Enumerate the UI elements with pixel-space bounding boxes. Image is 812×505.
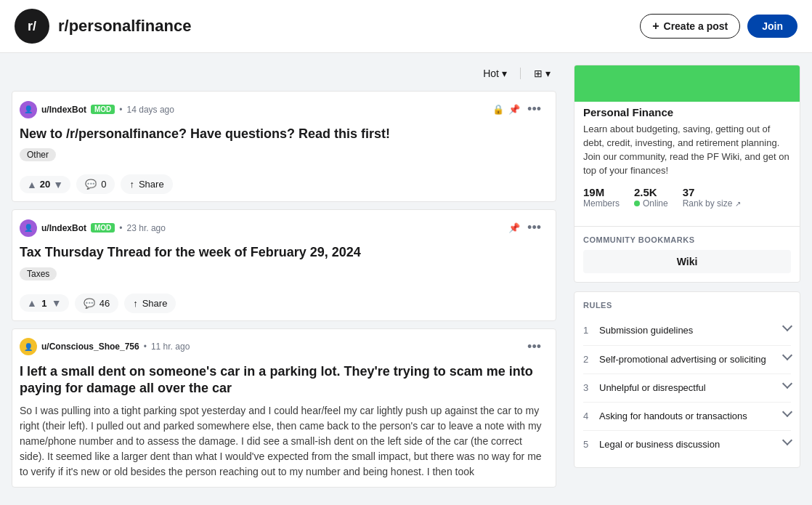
- site-header: r/ r/personalfinance + Create a post Joi…: [0, 0, 812, 53]
- post-title[interactable]: New to /r/personalfinance? Have question…: [20, 126, 544, 142]
- post-title[interactable]: Tax Thursday Thread for the week of Febr…: [20, 244, 544, 261]
- mod-badge: MOD: [91, 105, 115, 114]
- rule-item[interactable]: 4 Asking for handouts or transactions: [583, 403, 791, 431]
- header-right: + Create a post Join: [640, 14, 797, 39]
- members-stat: 19M Members: [583, 186, 620, 209]
- post-icons: •••: [524, 336, 544, 357]
- sort-bar: Hot ▾ ⊞ ▾: [12, 65, 556, 82]
- sidebar: Personal Finance Learn about budgeting, …: [574, 65, 800, 495]
- community-stats: 19M Members 2.5K Online 37 Rank by siz: [583, 186, 791, 209]
- post-icons: 📌 •••: [508, 217, 544, 238]
- avatar: 👤: [20, 338, 37, 355]
- downvote-button[interactable]: ▼: [52, 297, 62, 309]
- chevron-down-icon: [782, 435, 792, 445]
- post-card: 👤 u/IndexBot MOD • 14 days ago 🔒 📌 ••• N…: [12, 91, 556, 202]
- view-toggle-button[interactable]: ⊞ ▾: [528, 65, 556, 82]
- post-flair[interactable]: Other: [20, 148, 56, 161]
- post-author[interactable]: u/Conscious_Shoe_756: [41, 342, 139, 352]
- pin-icon: 📌: [508, 222, 520, 233]
- plus-icon: +: [652, 20, 659, 33]
- avatar: 👤: [20, 219, 37, 237]
- upvote-button[interactable]: ▲: [27, 179, 37, 190]
- comment-button[interactable]: 💬 46: [75, 294, 118, 313]
- share-icon: ↑: [129, 179, 134, 190]
- sort-hot-button[interactable]: Hot ▾: [477, 65, 513, 82]
- rule-number: 5: [583, 438, 593, 450]
- wiki-button[interactable]: Wiki: [583, 250, 791, 273]
- post-icons: 🔒 📌 •••: [492, 99, 544, 120]
- post-card: 👤 u/Conscious_Shoe_756 • 11 hr. ago ••• …: [12, 328, 556, 488]
- members-label: Members: [583, 198, 620, 209]
- rule-item[interactable]: 1 Submission guidelines: [583, 317, 791, 345]
- post-meta: 👤 u/IndexBot MOD • 23 hr. ago 📌 •••: [20, 217, 544, 238]
- rule-text: Legal or business discussion: [599, 438, 778, 451]
- post-meta-left: 👤 u/IndexBot MOD • 14 days ago: [20, 101, 488, 118]
- members-value: 19M: [583, 186, 620, 198]
- post-author[interactable]: u/IndexBot: [41, 223, 86, 233]
- community-title: Personal Finance: [583, 106, 791, 118]
- rules-section: RULES 1 Submission guidelines 2 Self-pro…: [575, 292, 800, 467]
- hot-sort-label: Hot: [483, 68, 499, 79]
- external-link-icon: ↗: [735, 200, 741, 208]
- more-options-button[interactable]: •••: [524, 217, 544, 238]
- share-button[interactable]: ↑ Share: [121, 174, 172, 194]
- rule-item[interactable]: 2 Self-promotional advertising or solici…: [583, 346, 791, 374]
- rule-text: Unhelpful or disrespectful: [599, 381, 778, 395]
- post-title[interactable]: I left a small dent on someone's car in …: [20, 363, 544, 397]
- comment-button[interactable]: 💬 0: [76, 174, 115, 194]
- pin-icon: 📌: [508, 104, 520, 115]
- join-button[interactable]: Join: [747, 15, 797, 38]
- rule-text: Self-promotional advertising or soliciti…: [599, 353, 778, 366]
- rule-number: 1: [583, 324, 593, 336]
- chevron-down-icon: [782, 321, 792, 331]
- post-time-ago: 14 days ago: [127, 105, 174, 115]
- rule-number: 4: [583, 410, 593, 421]
- view-chevron-icon: ▾: [545, 68, 551, 79]
- post-meta: 👤 u/Conscious_Shoe_756 • 11 hr. ago •••: [20, 336, 544, 357]
- online-dot: [634, 201, 640, 206]
- chevron-down-icon: [782, 350, 792, 360]
- page-layout: Hot ▾ ⊞ ▾ 👤 u/IndexBot MOD • 14 days ago: [0, 53, 812, 505]
- rule-item[interactable]: 3 Unhelpful or disrespectful: [583, 374, 791, 403]
- subreddit-logo: r/: [15, 9, 49, 44]
- post-body: So I was pulling into a tight parking sp…: [20, 403, 544, 480]
- create-post-button[interactable]: + Create a post: [640, 14, 740, 39]
- vote-count: 20: [40, 179, 50, 190]
- mod-badge: MOD: [91, 223, 115, 233]
- community-desc: Learn about budgeting, saving, getting o…: [583, 123, 791, 177]
- post-time-ago: 23 hr. ago: [127, 223, 166, 233]
- online-stat: 2.5K Online: [634, 186, 668, 209]
- more-options-button[interactable]: •••: [524, 99, 544, 120]
- subreddit-name: r/personalfinance: [58, 17, 191, 36]
- avatar: 👤: [20, 101, 37, 118]
- upvote-button[interactable]: ▲: [27, 297, 37, 309]
- post-card: 👤 u/IndexBot MOD • 23 hr. ago 📌 ••• Tax …: [12, 209, 556, 320]
- chevron-down-icon: [782, 407, 792, 417]
- post-time: •: [119, 105, 122, 115]
- rule-text: Submission guidelines: [599, 324, 778, 337]
- community-header: Personal Finance Learn about budgeting, …: [575, 65, 800, 226]
- post-meta-left: 👤 u/IndexBot MOD • 23 hr. ago: [20, 219, 504, 237]
- feed: Hot ▾ ⊞ ▾ 👤 u/IndexBot MOD • 14 days ago: [12, 65, 556, 495]
- post-meta-left: 👤 u/Conscious_Shoe_756 • 11 hr. ago: [20, 338, 520, 355]
- share-button[interactable]: ↑ Share: [124, 294, 176, 313]
- rule-number: 3: [583, 381, 593, 393]
- downvote-button[interactable]: ▼: [53, 179, 63, 190]
- more-options-button[interactable]: •••: [524, 336, 544, 357]
- post-time-ago: 11 hr. ago: [151, 342, 190, 352]
- community-bookmarks-section: COMMUNITY BOOKMARKS Wiki: [575, 226, 800, 282]
- comment-icon: 💬: [84, 298, 95, 309]
- rule-item[interactable]: 5 Legal or business discussion: [583, 431, 791, 458]
- rules-title: RULES: [583, 301, 791, 310]
- post-author[interactable]: u/IndexBot: [41, 105, 86, 115]
- sort-divider: [520, 68, 521, 79]
- grid-view-icon: ⊞: [534, 68, 543, 79]
- rule-number: 2: [583, 353, 593, 365]
- comment-icon: 💬: [85, 179, 97, 190]
- share-icon: ↑: [133, 298, 138, 309]
- online-label: Online: [634, 198, 668, 209]
- post-meta: 👤 u/IndexBot MOD • 14 days ago 🔒 📌 •••: [20, 99, 544, 120]
- lock-icon: 🔒: [492, 104, 504, 115]
- rank-label: Rank by size ↗: [683, 198, 742, 209]
- post-flair[interactable]: Taxes: [20, 267, 57, 280]
